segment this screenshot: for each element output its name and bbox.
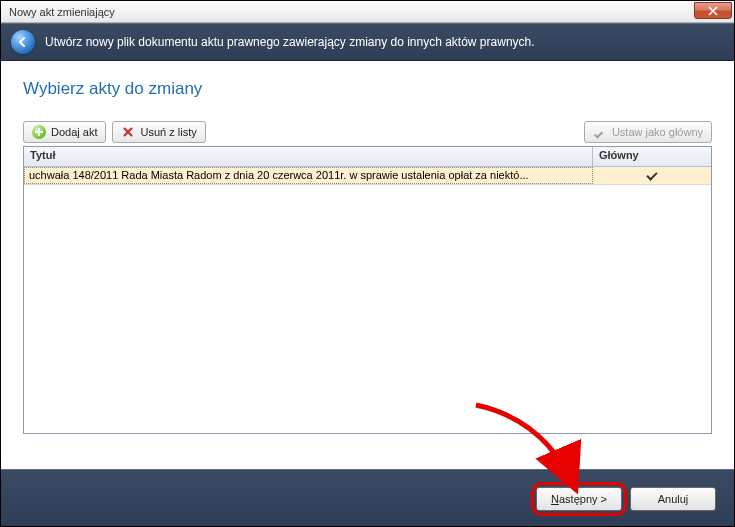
checkmark-icon [646, 170, 658, 182]
content-area: Wybierz akty do zmiany Dodaj akt Usuń z … [1, 61, 734, 469]
toolbar: Dodaj akt Usuń z listy Ustaw jako główny [23, 121, 712, 143]
banner-text: Utwórz nowy plik dokumentu aktu prawnego… [45, 35, 535, 49]
set-main-label: Ustaw jako główny [612, 126, 703, 138]
next-label-rest: astępny > [559, 493, 607, 505]
check-icon [593, 125, 607, 139]
table-row[interactable]: uchwała 148/2011 Rada Miasta Radom z dni… [24, 167, 711, 185]
page-heading: Wybierz akty do zmiany [23, 79, 712, 99]
next-button[interactable]: Następny > [536, 487, 622, 511]
banner: Utwórz nowy plik dokumentu aktu prawnego… [1, 23, 734, 61]
cancel-button[interactable]: Anuluj [630, 487, 716, 511]
acts-grid: Tytuł Główny uchwała 148/2011 Rada Miast… [23, 146, 712, 434]
remove-label: Usuń z listy [140, 126, 196, 138]
column-header-main[interactable]: Główny [593, 147, 711, 166]
window-title: Nowy akt zmieniający [5, 6, 115, 18]
row-main-cell[interactable] [593, 167, 711, 184]
column-header-title[interactable]: Tytuł [24, 147, 593, 166]
footer: Następny > Anuluj [1, 469, 734, 527]
annotation-highlight: Następny > [536, 487, 622, 511]
set-main-button: Ustaw jako główny [584, 121, 712, 143]
close-icon [708, 6, 718, 16]
row-title-cell[interactable]: uchwała 148/2011 Rada Miasta Radom z dni… [24, 167, 593, 184]
delete-icon [121, 125, 135, 139]
titlebar: Nowy akt zmieniający [1, 1, 734, 23]
add-act-label: Dodaj akt [51, 126, 97, 138]
cancel-label: Anuluj [658, 493, 689, 505]
next-mnemonic: N [551, 493, 559, 505]
remove-from-list-button[interactable]: Usuń z listy [112, 121, 205, 143]
add-act-button[interactable]: Dodaj akt [23, 121, 106, 143]
grid-header: Tytuł Główny [24, 147, 711, 167]
back-arrow-icon [11, 30, 35, 54]
add-icon [32, 125, 46, 139]
close-button[interactable] [694, 2, 732, 19]
